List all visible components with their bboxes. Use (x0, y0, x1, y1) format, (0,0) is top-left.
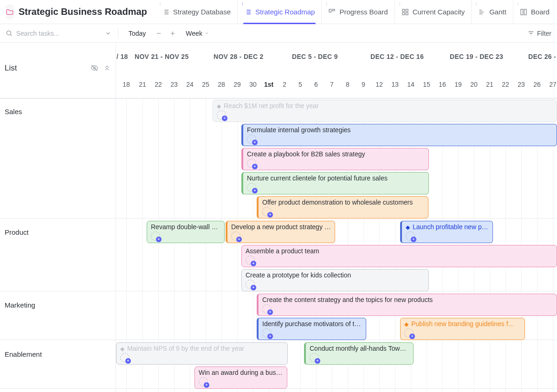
task-title: Maintain NPS of 9 by the end of the year (120, 345, 284, 352)
search-icon (6, 30, 13, 37)
tab-progress-board[interactable]: Progress Board (321, 0, 394, 24)
task-bar[interactable]: Launch profitable new p… (400, 221, 493, 243)
scale-label: Week (186, 30, 202, 37)
day-label: 30 (245, 81, 261, 88)
week-label: DEC 5 - DEC 9 (292, 53, 338, 60)
tab-strategy-database[interactable]: Strategy Database (155, 0, 237, 24)
add-assignee-icon[interactable] (262, 328, 272, 338)
day-label: 26 (529, 81, 545, 88)
zoom-in-button[interactable] (168, 29, 177, 38)
folder-icon[interactable] (6, 5, 14, 19)
svg-rect-0 (329, 9, 331, 12)
day-label: 9 (356, 81, 371, 88)
task-title: Identify purchase motivators of t… (262, 320, 362, 328)
add-assignee-icon[interactable] (217, 110, 226, 120)
day-label: 18 (118, 81, 134, 88)
svg-point-8 (7, 31, 11, 35)
task-bar[interactable]: Publish new branding guidelines f… (400, 318, 525, 340)
day-label: 15 (419, 81, 434, 88)
add-assignee-icon[interactable] (231, 231, 240, 241)
task-bar[interactable]: Assemble a product team (241, 245, 557, 267)
task-bar[interactable]: Create a playbook for B2B sales strategy (241, 148, 429, 170)
add-assignee-icon[interactable] (120, 353, 130, 362)
add-assignee-icon[interactable] (262, 207, 272, 216)
search-input[interactable] (16, 30, 101, 37)
add-assignee-icon[interactable] (151, 231, 160, 241)
day-label: 28 (214, 81, 229, 88)
task-title: Offer product demonstration to wholesale… (262, 199, 424, 206)
task-bar[interactable]: Create the content strategy and the topi… (257, 294, 557, 316)
task-bar[interactable]: Conduct monthly all-hands Town… (304, 342, 414, 365)
day-label: 22 (150, 81, 166, 88)
filter-button[interactable]: Filter (528, 30, 551, 37)
add-assignee-icon[interactable] (246, 256, 255, 265)
filter-icon (528, 30, 534, 37)
zoom-out-button[interactable] (154, 29, 163, 38)
day-label: 2 (277, 81, 292, 88)
add-assignee-icon[interactable] (199, 377, 208, 386)
task-title: Publish new branding guidelines f… (404, 320, 521, 328)
svg-rect-5 (406, 13, 408, 15)
add-assignee-icon[interactable] (247, 159, 256, 168)
task-bar[interactable]: Identify purchase motivators of t… (257, 318, 366, 340)
svg-rect-7 (524, 9, 526, 15)
week-label: DEC 19 - DEC 23 (450, 53, 503, 60)
sidebar-title: List (5, 64, 17, 73)
task-bar[interactable]: Formulate internal growth strategies (241, 124, 557, 146)
add-assignee-icon[interactable] (404, 328, 414, 338)
chevron-down-icon[interactable] (105, 30, 111, 37)
tab-current-capacity[interactable]: Current Capacity (395, 0, 472, 24)
add-assignee-icon[interactable] (247, 183, 256, 192)
add-assignee-icon[interactable] (310, 353, 319, 362)
day-label: 21 (482, 81, 498, 88)
tab-strategic-roadmap[interactable]: Strategic Roadmap (237, 0, 321, 24)
task-title: Create a playbook for B2B sales strategy (247, 150, 425, 158)
task-title: Conduct monthly all-hands Town… (310, 345, 409, 352)
tab-gantt[interactable]: Gantt (471, 0, 513, 24)
add-assignee-icon[interactable] (262, 304, 272, 314)
day-label: 25 (198, 81, 214, 88)
day-label: 20 (466, 81, 482, 88)
day-label: 23 (166, 81, 182, 88)
task-bar[interactable]: Create a prototype for kids collection (241, 269, 429, 291)
page-title: Strategic Business Roadmap (19, 6, 147, 17)
task-bar[interactable]: Revamp double-wall gl… (147, 221, 225, 243)
day-label: 29 (229, 81, 245, 88)
task-bar[interactable]: Nurture current clientele for potential … (241, 172, 429, 194)
task-bar[interactable]: Develop a new product strategy f… (226, 221, 335, 243)
group-sales[interactable]: Sales (5, 108, 22, 116)
task-title: Win an award during a busi… (199, 369, 283, 376)
day-label: 12 (371, 81, 387, 88)
add-assignee-icon[interactable] (406, 231, 415, 241)
today-button[interactable]: Today (125, 28, 149, 39)
collapse-icon[interactable] (103, 64, 111, 72)
week-label: NOV 28 - DEC 2 (214, 53, 264, 60)
day-label: 24 (182, 81, 198, 88)
group-product[interactable]: Product (5, 228, 29, 236)
group-marketing[interactable]: Marketing (5, 301, 35, 309)
day-label: 7 (324, 81, 340, 88)
week-label: NOV 21 - NOV 25 (135, 53, 189, 60)
tab-board[interactable]: Board (513, 0, 556, 24)
task-title: Develop a new product strategy f… (231, 223, 331, 231)
day-label: 13 (387, 81, 403, 88)
task-title: Assemble a product team (246, 247, 553, 255)
scale-dropdown[interactable]: Week (182, 28, 213, 39)
task-title: Nurture current clientele for potential … (247, 174, 425, 182)
task-bar[interactable]: Win an award during a busi… (194, 366, 287, 389)
task-bar[interactable]: Offer product demonstration to wholesale… (257, 196, 428, 218)
week-label: DEC 12 - DEC 16 (370, 53, 424, 60)
task-bar[interactable]: Reach $1M net profit for the year (213, 100, 557, 122)
search-container (6, 30, 111, 37)
eye-off-icon[interactable] (91, 64, 98, 72)
day-label: 16 (434, 81, 450, 88)
day-label: 1st (261, 81, 277, 88)
day-label: 22 (498, 81, 513, 88)
group-enablement[interactable]: Enablement (5, 350, 42, 358)
svg-rect-6 (521, 9, 523, 15)
day-label: 19 (450, 81, 466, 88)
add-assignee-icon[interactable] (247, 135, 256, 144)
add-assignee-icon[interactable] (246, 280, 255, 289)
task-bar[interactable]: Maintain NPS of 9 by the end of the year (116, 342, 288, 365)
task-title: Create the content strategy and the topi… (262, 296, 553, 303)
